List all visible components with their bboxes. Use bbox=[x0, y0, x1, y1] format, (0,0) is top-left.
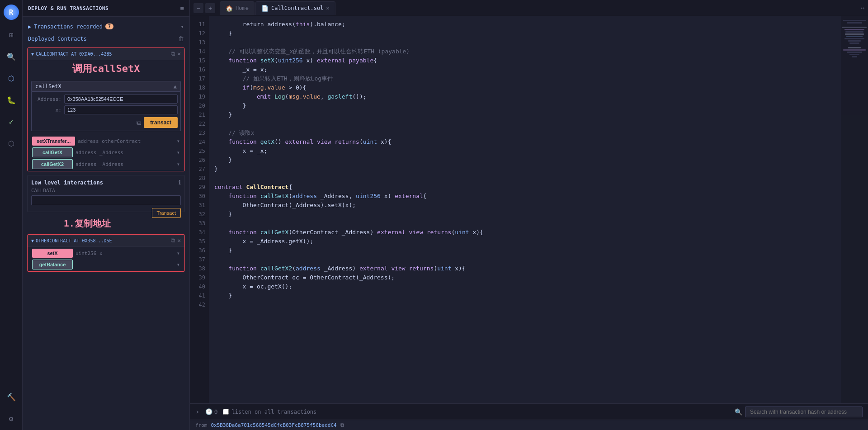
tab-home[interactable]: 🏠 Home bbox=[220, 1, 255, 15]
callcontract-instance: ▼ CALLCONTRACT AT 0XDA0...42B5 ⧉ ✕ 调用cal… bbox=[27, 47, 185, 171]
bottom-bar: › 🕐 0 listen on all transactions 🔍 bbox=[190, 403, 868, 420]
copy-othercontract-icon[interactable]: ⧉ bbox=[171, 237, 175, 244]
build-icon[interactable]: 🔨 bbox=[5, 390, 18, 404]
transactions-badge: 7 bbox=[105, 24, 113, 29]
panel-body: ▶ Transactions recorded 7 ▾ Deployed Con… bbox=[23, 17, 189, 430]
address-input[interactable] bbox=[64, 95, 178, 104]
address-field-row: _Address: bbox=[34, 95, 178, 104]
zoom-out-button[interactable]: − bbox=[193, 3, 203, 13]
callgetx2-row: callGetX2 address _Address ▾ bbox=[32, 159, 180, 169]
files-icon[interactable]: ⊞ bbox=[5, 28, 18, 42]
copy-icon[interactable]: ⧉ bbox=[137, 119, 141, 127]
code-editor: 1112131415161718192021222324252627282930… bbox=[190, 16, 868, 403]
minimap bbox=[841, 16, 868, 403]
search-sidebar-icon[interactable]: 🔍 bbox=[5, 50, 18, 63]
search-icon: 🔍 bbox=[735, 408, 742, 416]
callsetx-name: callSetX bbox=[35, 83, 61, 90]
calldata-label: CALLDATA bbox=[31, 188, 181, 194]
editor-tabs: − + 🏠 Home 📄 CallContract.sol ✕ ⇔ bbox=[190, 0, 868, 16]
tab-home-label: Home bbox=[236, 5, 249, 11]
x-label: x: bbox=[34, 107, 61, 113]
listen-label: listen on all transactions bbox=[231, 409, 316, 415]
x-field-row: x: bbox=[34, 105, 178, 114]
trash-icon[interactable]: 🗑 bbox=[178, 35, 184, 42]
close-othercontract-icon[interactable]: ✕ bbox=[177, 237, 181, 244]
zoom-in-button[interactable]: + bbox=[205, 3, 215, 13]
callsetx-actions: ⧉ transact bbox=[34, 117, 178, 128]
callgetx-chevron[interactable]: ▾ bbox=[177, 149, 180, 156]
clock-icon: 🕐 bbox=[205, 408, 212, 415]
address-label: _Address: bbox=[34, 96, 61, 102]
getbalance-row: getBalance ▾ bbox=[32, 260, 180, 269]
home-tab-icon: 🏠 bbox=[226, 5, 233, 12]
setxtransfer-row: setXTransfer... address otherContract ▾ bbox=[32, 137, 180, 146]
othercontract-header: ▼ OTHERCONTRACT AT 0X358...D5E ⧉ ✕ bbox=[28, 235, 184, 247]
search-input[interactable] bbox=[745, 406, 863, 417]
callgetx2-chevron[interactable]: ▾ bbox=[177, 161, 180, 167]
callgetx2-button[interactable]: callGetX2 bbox=[32, 159, 73, 169]
deploy-panel: DEPLOY & RUN TRANSACTIONS ≡ ▶ Transactio… bbox=[23, 0, 190, 430]
tx-from-label: from bbox=[195, 422, 208, 428]
low-level-transact-button[interactable]: Transact bbox=[152, 208, 181, 218]
transactions-row[interactable]: ▶ Transactions recorded 7 ▾ bbox=[23, 20, 189, 33]
x-input[interactable] bbox=[64, 105, 178, 114]
deploy-icon[interactable]: ⬡ bbox=[5, 71, 18, 85]
editor-expand-button[interactable]: ⇔ bbox=[861, 5, 864, 11]
editor-area: − + 🏠 Home 📄 CallContract.sol ✕ ⇔ 111213… bbox=[190, 0, 868, 430]
callsetx-expand: callSetX ▲ _Address: x: ⧉ transact bbox=[28, 77, 184, 135]
callgetx-row: callGetX address _Address ▾ bbox=[32, 147, 180, 157]
deployed-label: Deployed Contracts bbox=[28, 36, 87, 42]
listen-checkbox[interactable] bbox=[223, 409, 229, 415]
callsetx-fields: _Address: x: ⧉ transact bbox=[31, 92, 181, 131]
tx-log-row: from 0x5B38Da6a701c568545dCfcB03FcB875f5… bbox=[190, 420, 868, 430]
callsetx-header[interactable]: callSetX ▲ bbox=[31, 81, 181, 92]
low-level-title: Low level interactions bbox=[31, 180, 103, 186]
plugin-icon[interactable]: ⬡ bbox=[5, 137, 18, 150]
bottom-chevron-icon[interactable]: › bbox=[195, 407, 200, 416]
setx-chevron[interactable]: ▾ bbox=[177, 250, 180, 256]
callgetx2-param: address _Address bbox=[75, 161, 174, 167]
callcontract-chevron[interactable]: ▼ bbox=[31, 52, 34, 57]
settings-icon[interactable]: ⚙ bbox=[5, 412, 18, 425]
callgetx-param: address _Address bbox=[75, 150, 174, 156]
deployed-contracts-header[interactable]: Deployed Contracts 🗑 bbox=[23, 33, 189, 45]
code-content[interactable]: return address(this).balance; } // 可以调整状… bbox=[209, 16, 841, 403]
panel-title: DEPLOY & RUN TRANSACTIONS bbox=[28, 5, 108, 11]
setxtransfer-button[interactable]: setXTransfer... bbox=[32, 137, 75, 146]
getbalance-button[interactable]: getBalance bbox=[32, 260, 73, 269]
app-logo: R bbox=[4, 5, 19, 20]
panel-menu-icon[interactable]: ≡ bbox=[180, 5, 184, 12]
copy-address-annotation: 1.复制地址 bbox=[23, 216, 189, 232]
tab-callcontract-label: CallContract.sol bbox=[271, 5, 324, 11]
chevron-icon: ▾ bbox=[180, 23, 184, 30]
chevron-down-icon: ▶ bbox=[28, 24, 31, 30]
close-contract-icon[interactable]: ✕ bbox=[177, 50, 181, 57]
copy-contract-icon[interactable]: ⧉ bbox=[171, 50, 175, 57]
calldata-input[interactable] bbox=[31, 195, 181, 205]
info-icon[interactable]: ℹ bbox=[179, 179, 181, 186]
tab-close-icon[interactable]: ✕ bbox=[326, 5, 330, 11]
search-area: 🔍 bbox=[735, 406, 863, 417]
transactions-label: ▶ Transactions recorded 7 bbox=[28, 24, 113, 30]
callcontract-name: CALLCONTRACT AT 0XDA0...42B5 bbox=[36, 52, 112, 57]
getbalance-chevron[interactable]: ▾ bbox=[177, 261, 180, 268]
tab-callcontract[interactable]: 📄 CallContract.sol ✕ bbox=[255, 1, 335, 15]
callgetx-button[interactable]: callGetX bbox=[32, 147, 73, 157]
panel-header: DEPLOY & RUN TRANSACTIONS ≡ bbox=[23, 0, 189, 17]
low-level-section: Low level interactions ℹ CALLDATA Transa… bbox=[27, 175, 185, 212]
setx-button[interactable]: setX bbox=[32, 249, 73, 258]
debug-icon[interactable]: 🐛 bbox=[5, 93, 18, 107]
low-level-header: Low level interactions ℹ bbox=[31, 179, 181, 186]
othercontract-chevron[interactable]: ▼ bbox=[31, 238, 34, 243]
callsetx-chevron-up: ▲ bbox=[174, 83, 177, 90]
zoom-controls: − + bbox=[193, 3, 215, 13]
icon-sidebar: R ⊞ 🔍 ⬡ 🐛 ✓ ⬡ 🔨 ⚙ bbox=[0, 0, 23, 430]
tx-hash: 0x5B38Da6a701c568545dCfcB03FcB875f56bedd… bbox=[211, 422, 337, 428]
tx-count: 0 bbox=[214, 408, 218, 415]
transact-button[interactable]: transact bbox=[144, 117, 178, 128]
tx-copy-icon[interactable]: ⧉ bbox=[340, 422, 344, 428]
setxtransfer-param: address otherContract bbox=[78, 138, 174, 144]
setx-row: setX uint256 x ▾ bbox=[32, 249, 180, 258]
callcontract-header: ▼ CALLCONTRACT AT 0XDA0...42B5 ⧉ ✕ bbox=[28, 48, 184, 60]
setxtransfer-chevron[interactable]: ▾ bbox=[177, 138, 180, 144]
